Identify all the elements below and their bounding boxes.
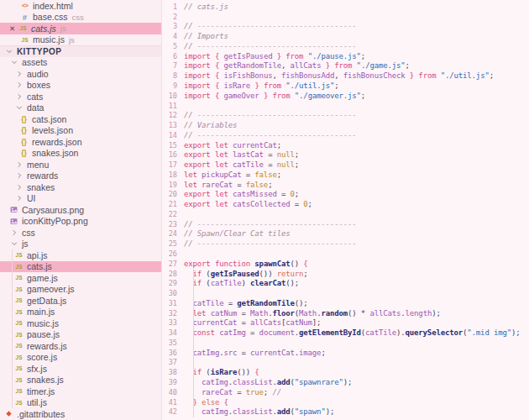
tree-file-music.js[interactable]: JSmusic.js — [0, 318, 161, 329]
tree-file-cats.js[interactable]: JScats.js — [0, 261, 161, 273]
tree-file-cats.json[interactable]: {}cats.json — [0, 113, 161, 125]
code-text: catImg.classList.add("spawn"); — [184, 407, 334, 416]
code-line[interactable]: 28 if (getIsPaused()) return; — [162, 269, 529, 279]
tree-file-rewards.json[interactable]: {}rewards.json — [0, 136, 161, 148]
open-editor-item-base.css[interactable]: #base.csscss — [0, 12, 161, 24]
code-text: export let catTile = null; — [184, 160, 299, 169]
tree-file-util.js[interactable]: JSutil.js — [0, 397, 161, 409]
code-line[interactable]: 25// -----------------------------------… — [162, 239, 529, 249]
tree-file-snakes.json[interactable]: {}snakes.json — [0, 148, 161, 160]
code-line[interactable]: 23// -----------------------------------… — [162, 219, 529, 229]
tree-file-main.js[interactable]: JSmain.js — [0, 307, 161, 318]
code-line[interactable]: 8import { isFishBonus, fishBonusAdd, fis… — [162, 71, 529, 81]
code-line[interactable]: 17export let catTile = null; — [162, 160, 529, 170]
tree-folder-audio[interactable]: audio — [0, 68, 161, 80]
code-area[interactable]: 1// cats.js23// ------------------------… — [162, 0, 529, 417]
code-line[interactable]: 33 currentCat = allCats[catNum]; — [162, 318, 529, 328]
tree-folder-cats[interactable]: cats — [0, 91, 161, 102]
code-line[interactable]: 7import { getRandomTile, allCats } from … — [162, 61, 529, 71]
tree-file-levels.json[interactable]: {}levels.json — [0, 125, 161, 137]
tree-folder-css[interactable]: css — [0, 227, 161, 239]
tree-file-score.js[interactable]: JSscore.js — [0, 352, 161, 364]
code-line[interactable]: 41 } else { — [162, 397, 529, 407]
editor-pane[interactable]: 1// cats.js23// ------------------------… — [162, 0, 529, 420]
tree-file-rewards.js[interactable]: JSrewards.js — [0, 340, 161, 352]
code-line[interactable]: 2 — [162, 12, 529, 22]
tree-folder-assets[interactable]: assets — [0, 57, 161, 69]
tree-item-label: cats.json — [32, 114, 66, 124]
tree-file-sfx.js[interactable]: JSsfx.js — [0, 363, 161, 375]
tree-file-gameover.js[interactable]: JSgameover.js — [0, 284, 161, 296]
tree-file-game.js[interactable]: JSgame.js — [0, 272, 161, 284]
code-line[interactable]: 39 catImg.classList.add("spawnrare"); — [162, 377, 529, 387]
code-line[interactable]: 42 catImg.classList.add("spawn"); — [162, 407, 529, 417]
open-editor-item-music.js[interactable]: JSmusic.jsjs — [0, 34, 161, 46]
tree-file-pause.js[interactable]: JSpause.js — [0, 329, 161, 341]
tree-file-getData.js[interactable]: JSgetData.js — [0, 295, 161, 307]
code-line[interactable]: 37 — [162, 358, 529, 368]
code-line[interactable]: 13// Variables — [162, 120, 529, 130]
code-line[interactable]: 14// -----------------------------------… — [162, 130, 529, 140]
code-line[interactable]: 1// cats.js — [162, 2, 529, 12]
code-line[interactable]: 9import { isRare } from "./util.js"; — [162, 81, 529, 91]
open-editor-item-index.html[interactable]: <>index.html — [0, 0, 161, 12]
code-line[interactable]: 16export let lastCat = null; — [162, 150, 529, 160]
line-number: 18 — [162, 171, 184, 179]
line-number: 7 — [162, 61, 184, 70]
line-number: 4 — [162, 32, 184, 40]
code-line[interactable]: 26 — [162, 249, 529, 259]
code-line[interactable]: 32 let catNum = Math.floor(Math.random()… — [162, 308, 529, 318]
line-number: 2 — [162, 13, 184, 21]
js-file-icon: JS — [14, 273, 24, 282]
code-line[interactable]: 40 rareCat = true; // — [162, 387, 529, 397]
tree-file-timer.js[interactable]: JStimer.js — [0, 386, 161, 397]
code-line[interactable]: 30 — [162, 288, 529, 298]
close-icon[interactable]: ✕ — [8, 24, 17, 33]
code-line[interactable]: 21export let catsCollected = 0; — [162, 199, 529, 209]
code-text: catTile = getRandomTile(); — [184, 299, 308, 307]
code-text: // ------------------------------------ — [184, 239, 356, 248]
tree-folder-data[interactable]: data — [0, 102, 161, 114]
tree-file-snakes.js[interactable]: JSsnakes.js — [0, 375, 161, 386]
tree-file-.gitattributes[interactable]: .gitattributes — [0, 408, 161, 420]
code-text: import { isFishBonus, fishBonusAdd, fish… — [184, 71, 494, 80]
tree-file-api.js[interactable]: JSapi.js — [0, 249, 161, 261]
tree-folder-UI[interactable]: UI — [0, 193, 161, 205]
code-line[interactable]: 12// -----------------------------------… — [162, 110, 529, 120]
line-number: 22 — [162, 210, 184, 218]
tree-folder-js[interactable]: js — [0, 239, 161, 250]
code-line[interactable]: 10import { gameOver } from "./gameover.j… — [162, 91, 529, 101]
code-line[interactable]: 3// ------------------------------------ — [162, 22, 529, 32]
code-line[interactable]: 4// Imports — [162, 31, 529, 41]
tree-file-Carysaurus.png[interactable]: Carysaurus.png — [0, 204, 161, 216]
code-line[interactable]: 11 — [162, 101, 529, 111]
line-number: 23 — [162, 220, 184, 228]
code-line[interactable]: 20export let catsMissed = 0; — [162, 190, 529, 200]
code-line[interactable]: 38 if (isRare()) { — [162, 367, 529, 377]
tree-folder-boxes[interactable]: boxes — [0, 80, 161, 92]
code-line[interactable]: 34 const catImg = document.getElementByI… — [162, 328, 529, 338]
code-line[interactable]: 27export function spawnCat() { — [162, 259, 529, 269]
code-line[interactable]: 18let pickupCat = false; — [162, 170, 529, 180]
tree-folder-rewards[interactable]: rewards — [0, 171, 161, 182]
line-number: 24 — [162, 229, 184, 238]
code-line[interactable]: 24// Spawn/Clear Cat tiles — [162, 229, 529, 239]
code-line[interactable]: 29 if (catTile) clearCat(); — [162, 278, 529, 288]
tree-folder-snakes[interactable]: snakes — [0, 181, 161, 193]
code-line[interactable]: 19let rareCat = false; — [162, 180, 529, 190]
code-line[interactable]: 5// ------------------------------------ — [162, 41, 529, 51]
line-number: 27 — [162, 260, 184, 268]
code-line[interactable]: 35 — [162, 338, 529, 348]
tree-item-label: .gitattributes — [17, 409, 65, 419]
open-editor-item-cats.js[interactable]: ✕JScats.jsjs — [0, 23, 161, 34]
code-line[interactable]: 36 catImg.src = currentCat.image; — [162, 348, 529, 358]
code-line[interactable]: 31 catTile = getRandomTile(); — [162, 298, 529, 308]
tree-file-iconKittyPop.png[interactable]: iconKittyPop.png — [0, 216, 161, 228]
code-line[interactable]: 6import { getIsPaused } from "./pause.js… — [162, 51, 529, 61]
tree-folder-KITTYPOP[interactable]: KITTYPOP — [0, 45, 161, 57]
tree-folder-menu[interactable]: menu — [0, 159, 161, 171]
code-line[interactable]: 22 — [162, 209, 529, 219]
line-number: 17 — [162, 160, 184, 169]
tree-item-label: api.js — [27, 250, 48, 260]
code-line[interactable]: 15export let currentCat; — [162, 140, 529, 150]
